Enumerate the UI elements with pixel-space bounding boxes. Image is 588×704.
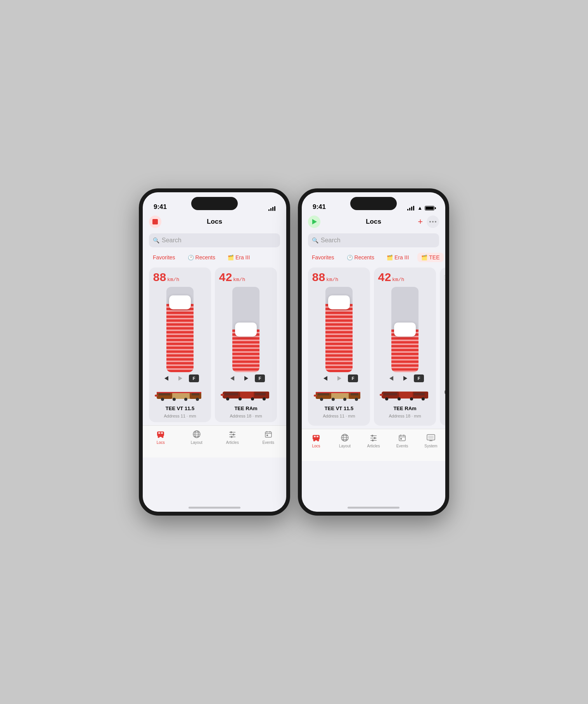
train-svg-2 (221, 386, 271, 402)
svg-rect-22 (158, 432, 160, 434)
dir-left-btn-1[interactable] (161, 374, 172, 382)
dir-left-btn-4[interactable] (386, 374, 397, 382)
tab-layout-left[interactable]: Layout (179, 429, 215, 445)
nav-title-right: Locs (366, 218, 381, 226)
svg-rect-15 (255, 393, 266, 395)
speed-unit-4: km/h (392, 277, 404, 283)
throttle-handle-1[interactable] (169, 295, 191, 309)
status-time-left: 9:41 (154, 203, 167, 211)
globe-icon-right (339, 432, 350, 443)
loco-card-4[interactable]: 42 km/h F (374, 267, 436, 426)
dir-right-btn-1[interactable] (175, 374, 186, 382)
tab-locs-left[interactable]: Locs (143, 429, 179, 445)
f-button-2[interactable]: F (255, 374, 265, 382)
search-bar-right[interactable]: 🔍 Search (308, 233, 439, 247)
filter-icon-left: 🗂️ (228, 255, 234, 261)
tab-favorites-left[interactable]: Favorites (149, 253, 179, 262)
svg-rect-26 (158, 436, 163, 437)
status-time-right: 9:41 (313, 203, 326, 211)
tab-layout-right[interactable]: Layout (330, 432, 359, 448)
stop-icon-left (152, 219, 158, 224)
signal-bar-1 (268, 209, 270, 211)
tab-events-left[interactable]: Events (251, 429, 287, 445)
dir-right-btn-2[interactable] (241, 374, 252, 382)
dir-left-btn-5[interactable] (444, 372, 446, 380)
tab-label-events-right: Events (396, 444, 408, 448)
svg-point-19 (263, 397, 266, 400)
tab-era-left[interactable]: 🗂️ Era III (224, 253, 254, 262)
train-tab-svg-right (311, 433, 321, 443)
dot-1-right (429, 221, 431, 223)
dot-2-right (432, 221, 434, 223)
throttle-3[interactable] (325, 287, 353, 372)
play-icon-right (312, 219, 317, 224)
svg-point-51 (355, 398, 358, 401)
tab-favorites-label-right: Favorites (312, 254, 334, 261)
throttle-1[interactable] (166, 287, 194, 372)
loco-name-3: TEE VT 11.5 (325, 405, 353, 411)
tab-articles-left[interactable]: Articles (214, 429, 251, 445)
battery-fill-right (425, 207, 434, 210)
svg-rect-46 (318, 393, 329, 395)
speed-display-3: 88 km/h (312, 271, 366, 285)
throttle-handle-3[interactable] (328, 295, 350, 309)
signal-bar-r4 (413, 206, 414, 211)
tab-recents-left[interactable]: 🕐 Recents (184, 253, 219, 262)
dir-right-btn-4[interactable] (400, 374, 411, 382)
tab-era-label-right: Era III (394, 254, 409, 261)
status-icons-left (268, 206, 275, 211)
throttle-2[interactable] (232, 287, 259, 372)
speed-value-3: 88 (312, 271, 325, 285)
loco-card-1[interactable]: 88 km/h F (149, 267, 211, 422)
plus-button-right[interactable]: + (418, 217, 423, 227)
loco-scroll-right: 88 km/h F (302, 264, 445, 429)
system-svg-right (426, 433, 436, 443)
train-svg-3 (314, 386, 364, 402)
svg-rect-63 (380, 394, 383, 396)
f-button-4[interactable]: F (414, 374, 424, 382)
play-button-right[interactable] (308, 216, 320, 228)
speed-unit-1: km/h (167, 277, 179, 283)
dir-left-arrow-2 (230, 376, 234, 381)
tab-recents-right[interactable]: 🕐 Recents (343, 253, 378, 262)
tab-tee-right[interactable]: 🗂️ TEE (417, 253, 443, 262)
dir-right-arrow-3 (337, 376, 341, 381)
throttle-4[interactable] (391, 287, 419, 372)
three-dots-right (429, 221, 436, 223)
wifi-icon-right: ▲ (417, 205, 422, 211)
loco-address-3: Address 11 · mm (323, 414, 355, 418)
tab-system-right[interactable]: System (417, 432, 445, 448)
direction-controls-5 (444, 372, 445, 380)
tab-favorites-right[interactable]: Favorites (308, 253, 338, 262)
tab-articles-right[interactable]: Articles (359, 432, 388, 448)
filter-tabs-right: Favorites 🕐 Recents 🗂️ Era III 🗂️ TEE (302, 250, 445, 264)
stop-button-left[interactable] (149, 216, 161, 228)
svg-point-48 (320, 398, 323, 401)
loco-card-3[interactable]: 88 km/h F (308, 267, 370, 426)
tab-events-right[interactable]: Events (388, 432, 417, 448)
tab-locs-right[interactable]: Locs (302, 432, 330, 448)
loco-card-2[interactable]: 42 km/h F (215, 267, 277, 422)
events-icon-left (263, 429, 274, 440)
svg-point-86 (372, 440, 374, 442)
f-button-1[interactable]: F (189, 374, 199, 382)
svg-rect-20 (221, 394, 224, 396)
loco-card-5[interactable]: ☐ (440, 267, 445, 426)
throttle-handle-4[interactable] (394, 323, 416, 336)
search-bar-left[interactable]: 🔍 Search (149, 233, 280, 247)
svg-point-5 (161, 398, 164, 401)
dir-left-btn-3[interactable] (320, 374, 331, 382)
svg-rect-57 (384, 393, 397, 395)
tab-label-layout-right: Layout (339, 444, 351, 448)
svg-rect-71 (314, 436, 316, 437)
svg-rect-53 (316, 392, 360, 393)
tab-era-right[interactable]: 🗂️ Era III (383, 253, 413, 262)
clock-icon-left: 🕐 (188, 255, 194, 261)
events-icon-right (397, 432, 408, 443)
dir-left-btn-2[interactable] (227, 374, 238, 382)
throttle-handle-2[interactable] (235, 323, 257, 336)
more-button-right[interactable] (427, 216, 439, 228)
dir-right-btn-3[interactable] (334, 374, 345, 382)
f-button-3[interactable]: F (348, 374, 358, 382)
svg-rect-72 (316, 436, 318, 437)
